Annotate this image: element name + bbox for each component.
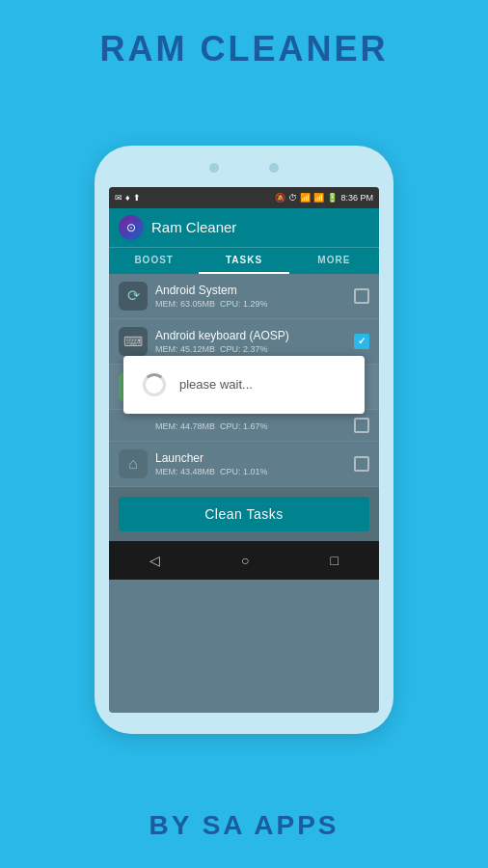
- launcher-checkbox[interactable]: [354, 456, 369, 472]
- nav-bar: ◁ ○ □: [109, 541, 379, 580]
- status-bar-right: 🔕 ⏱ 📶 📶 🔋 8:36 PM: [275, 193, 373, 203]
- status-battery-icon: 🔋: [327, 193, 338, 203]
- phone-shell: ✉ ♦ ⬆ 🔕 ⏱ 📶 📶 🔋 8:36 PM ⊙ Ram Cleaner: [95, 146, 393, 734]
- app-icon: ⊙: [119, 215, 144, 240]
- tab-tasks[interactable]: TASKS: [199, 248, 288, 274]
- nav-recent-button[interactable]: □: [331, 553, 339, 568]
- tab-boost[interactable]: BOOST: [109, 248, 199, 274]
- loading-overlay: please wait...: [123, 356, 365, 414]
- whatsapp-stat-text: MEM: 44.78MB CPU: 1.67%: [155, 421, 346, 431]
- nav-back-button[interactable]: ◁: [149, 553, 160, 568]
- launcher-icon: ⌂: [119, 449, 148, 478]
- app-bar: ⊙ Ram Cleaner: [109, 208, 379, 247]
- status-time: 8:36 PM: [340, 193, 373, 203]
- android-system-info: Android System MEM: 63.05MB CPU: 1.29%: [155, 284, 346, 309]
- list-item-whatsapp-stats: MEM: 44.78MB CPU: 1.67%: [109, 410, 379, 442]
- status-icon-usb: ♦: [125, 193, 130, 203]
- status-time-icon: ⏱: [288, 193, 297, 203]
- android-system-stats: MEM: 63.05MB CPU: 1.29%: [155, 299, 346, 309]
- clean-button-container: Clean Tasks: [109, 487, 379, 541]
- nav-home-button[interactable]: ○: [241, 553, 249, 568]
- status-mute-icon: 🔕: [275, 193, 285, 203]
- tab-more[interactable]: MORE: [289, 248, 379, 274]
- whatsapp-checkbox[interactable]: [354, 418, 369, 433]
- app-top-title: RAM CLEANER: [100, 29, 389, 69]
- android-keyboard-info: Android keyboard (AOSP) MEM: 45.12MB CPU…: [155, 329, 346, 354]
- tabs-bar: BOOST TASKS MORE: [109, 247, 379, 274]
- dot-right: [269, 163, 279, 173]
- android-keyboard-stats: MEM: 45.12MB CPU: 2.37%: [155, 344, 346, 354]
- loading-text: please wait...: [179, 377, 253, 392]
- status-icon-email: ✉: [115, 193, 122, 203]
- android-keyboard-name: Android keyboard (AOSP): [155, 329, 346, 342]
- android-system-icon: ⟳: [119, 282, 148, 311]
- status-wifi-icon: 📶: [300, 193, 311, 203]
- android-keyboard-icon: ⌨: [119, 327, 148, 356]
- phone-top-dots: [95, 163, 393, 173]
- status-signal-icon: 📶: [313, 193, 324, 203]
- list-item-launcher[interactable]: ⌂ Launcher MEM: 43.48MB CPU: 1.01%: [109, 442, 379, 487]
- screen: ✉ ♦ ⬆ 🔕 ⏱ 📶 📶 🔋 8:36 PM ⊙ Ram Cleaner: [109, 187, 379, 713]
- launcher-info: Launcher MEM: 43.48MB CPU: 1.01%: [155, 451, 346, 476]
- app-bar-title: Ram Cleaner: [151, 219, 236, 235]
- app-bottom-title: BY SA APPS: [149, 810, 339, 841]
- content-area: ⟳ Android System MEM: 63.05MB CPU: 1.29%…: [109, 274, 379, 487]
- launcher-name: Launcher: [155, 451, 346, 465]
- clean-tasks-button[interactable]: Clean Tasks: [119, 497, 369, 531]
- list-item-android-system[interactable]: ⟳ Android System MEM: 63.05MB CPU: 1.29%: [109, 274, 379, 319]
- launcher-stats: MEM: 43.48MB CPU: 1.01%: [155, 467, 346, 476]
- status-bar: ✉ ♦ ⬆ 🔕 ⏱ 📶 📶 🔋 8:36 PM: [109, 187, 379, 208]
- app-icon-symbol: ⊙: [126, 221, 136, 234]
- dot-left: [209, 163, 219, 173]
- android-system-name: Android System: [155, 284, 346, 297]
- status-bar-left: ✉ ♦ ⬆: [115, 193, 141, 203]
- status-icon-sync: ⬆: [133, 193, 141, 203]
- android-system-checkbox[interactable]: [354, 288, 369, 304]
- whatsapp-stats: MEM: 44.78MB CPU: 1.67%: [155, 420, 346, 431]
- android-keyboard-checkbox[interactable]: [354, 334, 369, 349]
- loading-spinner: [143, 373, 166, 396]
